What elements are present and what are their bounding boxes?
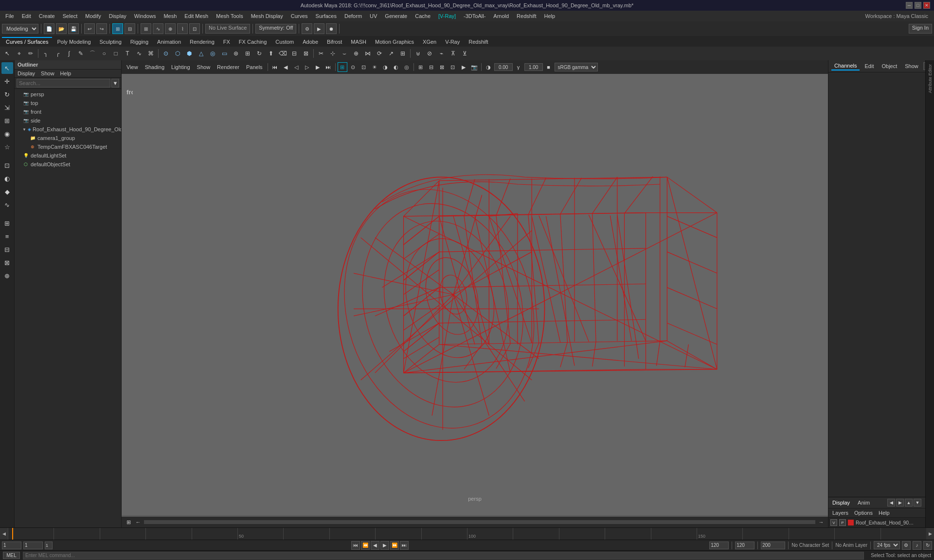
snap-view[interactable]: ⊡ — [189, 23, 200, 34]
tab-mash[interactable]: MASH — [347, 37, 370, 46]
trim-btn[interactable]: ✂ — [316, 48, 326, 59]
outliner-item-front[interactable]: 📷 front — [15, 107, 121, 116]
menu-edit-mesh[interactable]: Edit Mesh — [181, 12, 212, 20]
anim-inner-input[interactable] — [46, 543, 52, 548]
helix-btn[interactable]: ∿ — [134, 48, 144, 59]
square-btn[interactable]: □ — [110, 48, 121, 59]
sculpt-btn[interactable]: ◐ — [1, 173, 13, 184]
command-input[interactable] — [23, 552, 864, 560]
rp-tab-channels[interactable]: Channels — [831, 62, 860, 70]
insert-btn[interactable]: ⊞ — [397, 48, 408, 59]
vp-menu-panels[interactable]: Panels — [243, 63, 266, 71]
tab-fx-caching[interactable]: FX Caching — [235, 37, 270, 46]
scale-tool[interactable]: ⇲ — [1, 102, 13, 113]
vp-cam-prev[interactable]: ⏮ — [270, 62, 280, 72]
vp-colorspace-dropdown[interactable]: sRGB gamma — [555, 63, 598, 71]
search-options-btn[interactable]: ▼ — [111, 79, 119, 88]
menu-uv[interactable]: UV — [366, 12, 380, 20]
sound-btn[interactable]: ♪ — [913, 541, 921, 550]
tab-adobe[interactable]: Adobe — [299, 37, 322, 46]
anim-field-btn[interactable] — [45, 542, 53, 549]
menu-deform[interactable]: Deform — [341, 12, 365, 20]
tab-xgen[interactable]: XGen — [419, 37, 440, 46]
tab-redshift[interactable]: Redshift — [465, 37, 492, 46]
rb-sub-help[interactable]: Help — [877, 509, 892, 516]
menu-select[interactable]: Select — [59, 12, 81, 20]
play-back-btn[interactable]: ◀ — [371, 541, 379, 550]
tab-animation[interactable]: Animation — [153, 37, 185, 46]
tab-poly-modeling[interactable]: Poly Modeling — [53, 37, 94, 46]
boundary-btn[interactable]: ⊠ — [301, 48, 311, 59]
tab-custom[interactable]: Custom — [271, 37, 298, 46]
vp-display-dof[interactable]: ◎ — [402, 62, 412, 72]
vp-select-cam[interactable]: 📷 — [469, 62, 479, 72]
rb-sub-options[interactable]: Options — [852, 509, 875, 516]
mode-dropdown[interactable]: Modeling — [2, 24, 38, 34]
universal-tool[interactable]: ⊞ — [1, 115, 13, 126]
vp-display-shadow[interactable]: ◑ — [380, 62, 390, 72]
vp-gamma-input[interactable] — [524, 63, 543, 71]
layer-btn-4[interactable]: ⊠ — [1, 257, 13, 268]
vp-menu-show[interactable]: Show — [194, 63, 214, 71]
rb-tab-anim[interactable]: Anim — [856, 499, 872, 506]
menu-mesh[interactable]: Mesh — [160, 12, 180, 20]
select-tool[interactable]: ↖ — [1, 62, 13, 74]
move-tool[interactable]: ✛ — [1, 75, 13, 87]
undo-btn[interactable]: ↩ — [84, 23, 95, 34]
soft-modify-tool[interactable]: ◉ — [1, 128, 13, 140]
outliner-menu-show[interactable]: Show — [38, 70, 57, 77]
new-btn[interactable]: 📄 — [44, 23, 54, 34]
stitch-btn[interactable]: ⋈ — [362, 48, 373, 59]
outliner-menu-display[interactable]: Display — [15, 70, 38, 77]
untrim-btn[interactable]: ⊹ — [327, 48, 338, 59]
vp-bottom-btn-1[interactable]: ⊞ — [124, 517, 133, 527]
plane-btn[interactable]: ▭ — [219, 48, 230, 59]
menu-help[interactable]: Help — [540, 12, 558, 20]
loop-btn[interactable]: ↻ — [923, 541, 932, 550]
mel-label[interactable]: MEL — [3, 552, 20, 559]
menu-curves[interactable]: Curves — [287, 12, 311, 20]
intersect-btn[interactable]: ⊻ — [459, 48, 470, 59]
settings-btn[interactable]: ⚙ — [902, 541, 911, 550]
outliner-item-top[interactable]: 📷 top — [15, 99, 121, 107]
vp-exposure-input[interactable] — [494, 63, 513, 71]
vp-cam-step-fwd[interactable]: ▷ — [302, 62, 312, 72]
outliner-item-side[interactable]: 📷 side — [15, 116, 121, 125]
vp-bottom-btn-3[interactable]: → — [816, 517, 826, 527]
layer-item-roof[interactable]: V P Roof_Exhaust_Hood_90_Degre — [828, 518, 925, 527]
vp-display-smooth[interactable]: ⊙ — [348, 62, 358, 72]
vp-colorspace-toggle[interactable]: ■ — [544, 62, 554, 72]
loft-btn[interactable]: ⌫ — [277, 48, 288, 59]
nurbs-circle-btn[interactable]: ⊛ — [231, 48, 241, 59]
graph-editor-btn[interactable]: ∿ — [1, 199, 13, 210]
play-forward-btn[interactable]: ▶ — [380, 541, 389, 550]
menu-generate[interactable]: Generate — [381, 12, 411, 20]
rb-nav-next[interactable]: ▶ — [896, 499, 904, 507]
rp-tab-object[interactable]: Object — [879, 62, 900, 70]
fillet-btn[interactable]: ⌣ — [339, 48, 350, 59]
rb-nav-prev[interactable]: ◀ — [887, 499, 895, 507]
vp-resolution-gate[interactable]: ⊠ — [437, 62, 447, 72]
render-settings[interactable]: ⚙ — [302, 23, 312, 34]
redo-btn[interactable]: ↪ — [96, 23, 107, 34]
outliner-item-tempcam[interactable]: ⊕ TempCamFBXASC046Target — [15, 142, 121, 151]
current-frame-input[interactable] — [23, 542, 43, 549]
layer-p-btn[interactable]: P — [839, 519, 846, 526]
viewport-scroll[interactable] — [144, 520, 815, 524]
outliner-item-lightset[interactable]: 💡 defaultLightSet — [15, 151, 121, 160]
tab-curves-surfaces[interactable]: Curves / Surfaces — [2, 37, 52, 46]
menu-display[interactable]: Display — [106, 12, 130, 20]
layer-v-btn[interactable]: V — [830, 519, 837, 526]
tab-fx[interactable]: FX — [219, 37, 234, 46]
outliner-item-roof-mesh[interactable]: ▼ ◈ Roof_Exhaust_Hood_90_Degree_Old... — [15, 125, 121, 134]
vp-display-ao[interactable]: ◐ — [391, 62, 401, 72]
symmetry-btn[interactable]: Symmetry: Off — [255, 24, 296, 34]
vp-menu-shading[interactable]: Shading — [142, 63, 167, 71]
menu-surfaces[interactable]: Surfaces — [312, 12, 340, 20]
vp-cam-end[interactable]: ▶ — [313, 62, 323, 72]
select-mode-btn[interactable]: ⊞ — [112, 23, 123, 34]
vp-playback-btn[interactable]: ▶ — [459, 62, 468, 72]
arc-btn[interactable]: ⌒ — [87, 48, 98, 59]
rebuild-btn[interactable]: ⟳ — [374, 48, 385, 59]
snap-grid[interactable]: ⊞ — [141, 23, 151, 34]
